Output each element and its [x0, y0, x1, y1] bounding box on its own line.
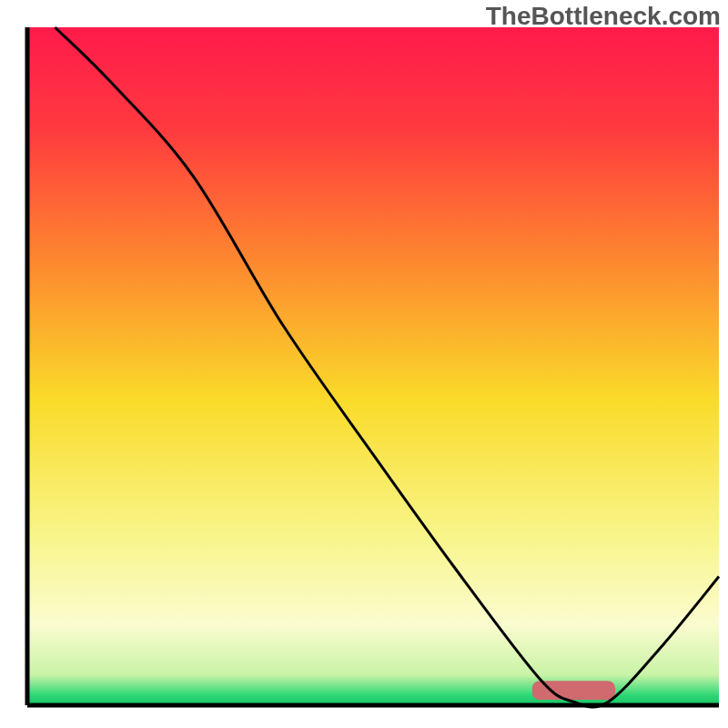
- plot-background: [27, 27, 719, 705]
- chart-svg: [0, 0, 728, 728]
- watermark-text: TheBottleneck.com: [486, 2, 721, 31]
- bottleneck-chart: TheBottleneck.com: [0, 0, 728, 728]
